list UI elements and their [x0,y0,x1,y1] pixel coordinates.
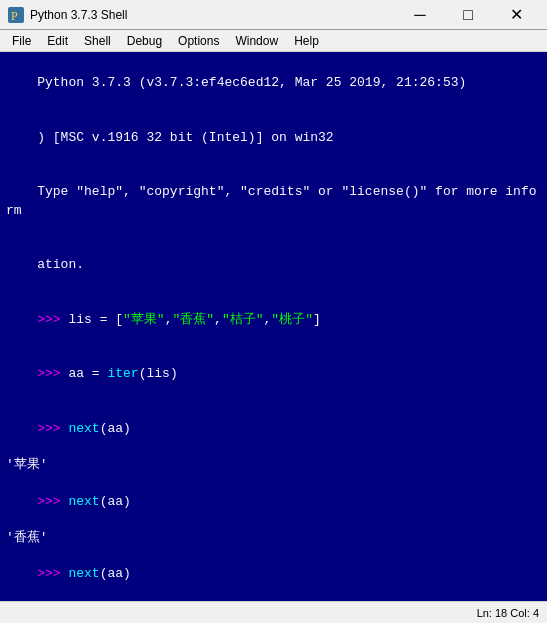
window-title: Python 3.7.3 Shell [30,8,397,22]
output-1: '苹果' [6,456,541,474]
menu-window[interactable]: Window [227,32,286,50]
title-bar: P Python 3.7.3 Shell ─ □ ✕ [0,0,547,30]
header-line-1: Python 3.7.3 (v3.7.3:ef4ec6ed12, Mar 25 … [6,56,541,111]
minimize-button[interactable]: ─ [397,0,443,30]
shell-output[interactable]: Python 3.7.3 (v3.7.3:ef4ec6ed12, Mar 25 … [0,52,547,601]
command-2: >>> aa = iter(lis) [6,347,541,402]
menu-shell[interactable]: Shell [76,32,119,50]
command-4: >>> next(aa) [6,474,541,529]
svg-text:P: P [11,9,18,23]
menu-help[interactable]: Help [286,32,327,50]
close-button[interactable]: ✕ [493,0,539,30]
menu-bar: File Edit Shell Debug Options Window Hel… [0,30,547,52]
header-line-3: Type "help", "copyright", "credits" or "… [6,165,541,238]
maximize-button[interactable]: □ [445,0,491,30]
app-icon: P [8,7,24,23]
command-1: >>> lis = ["苹果","香蕉","桔子","桃子"] [6,292,541,347]
menu-edit[interactable]: Edit [39,32,76,50]
menu-debug[interactable]: Debug [119,32,170,50]
cursor-position: Ln: 18 Col: 4 [477,607,539,619]
header-line-2: ) [MSC v.1916 32 bit (Intel)] on win32 [6,111,541,166]
menu-options[interactable]: Options [170,32,227,50]
output-2: '香蕉' [6,529,541,547]
menu-file[interactable]: File [4,32,39,50]
window-controls: ─ □ ✕ [397,0,539,30]
command-3: >>> next(aa) [6,402,541,457]
command-5: >>> next(aa) [6,547,541,601]
status-bar: Ln: 18 Col: 4 [0,601,547,623]
header-line-4: ation. [6,238,541,293]
